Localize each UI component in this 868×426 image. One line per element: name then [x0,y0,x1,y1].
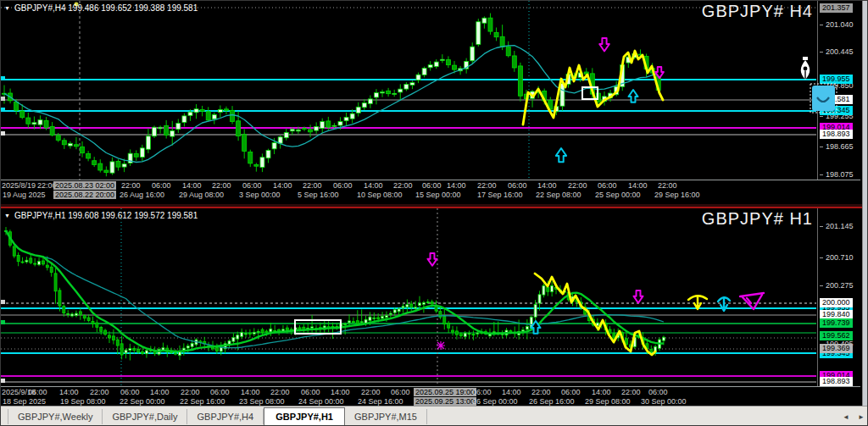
scale-tick-mark [820,285,823,286]
chart-tab-gbpjpy-h4[interactable]: GBPJPY#,H4 [187,409,264,424]
chart-tab-gbpjpy-m15[interactable]: GBPJPY#,M15 [345,409,427,424]
time-marker-label: 2025.08.22 20:00 [53,191,116,199]
price-badge: 199.581 [820,95,853,104]
chart-tab-gbpjpy-daily[interactable]: GBPJPY#,Daily [103,409,187,424]
time-axis-label: 22 Sep 16:00 [180,397,225,406]
price-scale[interactable]: 201.145200.710200.275199.405199.955200.0… [820,208,862,386]
time-axis-label: 22 Sep 00:00 [120,397,165,406]
time-axis-label: 29 Sep 08:00 [585,397,631,406]
chart-plot-area[interactable] [1,208,862,386]
symbol-dropdown-icon[interactable]: ▼ [4,213,10,219]
line-anchor-mark [1,76,5,80]
drawn-arrow[interactable] [718,297,730,311]
tab-scroll-right-icon[interactable]: ► [858,413,865,422]
line-anchor-mark [1,108,5,112]
chart-tab-gbpjpy-weekly[interactable]: GBPJPY#,Weekly [8,409,103,424]
time-axis-label: 22:00 [121,181,141,190]
time-axis-line [1,180,860,180]
time-axis-label: 23 Sep 08:00 [239,397,285,406]
price-badge: 200.000 [820,298,853,307]
price-badge: 199.345 [820,106,853,115]
time-axis-label: 25 Sep 00:00 [595,191,641,199]
signal-arrow-up[interactable] [556,148,566,162]
signal-arrow-down[interactable] [633,290,643,303]
scale-tick-mark [820,147,823,147]
line-anchor-mark [1,131,5,136]
symbol-dropdown-icon[interactable]: ▼ [4,5,10,11]
chart-tab-gbpjpy-h1[interactable]: GBPJPY#,H1 [264,407,345,426]
zigzag-indicator-line[interactable] [535,274,655,355]
time-axis-label: 29 Aug 08:00 [179,191,224,199]
signal-arrow-down[interactable] [599,38,609,52]
price-badge: 199.369 [820,344,853,353]
price-tick-label: 201.040 [826,20,854,29]
annotation-star-marker[interactable] [437,341,445,350]
time-axis-label: 22:00 [393,181,413,190]
time-marker-label: 2025.08.23 02:00 [53,181,116,190]
panel-separator[interactable] [1,204,862,208]
time-axis-label: 14:00 [502,388,521,396]
signal-arrow-down[interactable] [427,253,437,266]
time-axis-label: 22:00 [658,181,677,190]
time-axis-label: 22 Sep 08:00 [536,191,581,199]
time-axis-label: 30 Sep 00:00 [641,397,687,406]
time-axis-label: 14:00 [331,388,350,396]
time-axis-label: 06:00 [242,181,262,190]
moving-average-line [4,46,659,163]
line-anchor-mark [1,300,5,304]
window-edge [862,1,868,426]
time-axis-label: 06:00 [472,388,492,396]
moving-average-line [6,230,664,351]
signal-arrow-up[interactable] [628,90,637,102]
time-axis-row[interactable]: 2025/9/1806:0014:0022:0006:0014:0022:000… [1,388,862,397]
time-axis-label: 22:00 [181,388,200,396]
time-axis-label: 29 Sep 16:00 [654,191,700,199]
time-axis-label: 24 Sep 00:00 [298,397,344,406]
time-axis-label: 19 Sep 08:00 [60,397,106,406]
time-axis-label: 06:00 [152,181,171,190]
time-axis-label: 22:00 [90,388,109,396]
time-axis-label: 14:00 [537,181,557,190]
line-anchor-mark [1,379,5,383]
annotation-rectangle[interactable] [582,87,598,99]
time-axis-label: 5 Sep 16:00 [298,191,339,199]
time-axis-label: 06:00 [598,181,617,190]
scale-tick-mark [820,116,823,117]
time-marker-label: 2025.09.25 19:00 [414,388,476,396]
signal-arrow-up[interactable] [531,321,540,334]
time-axis-label: 22:00 [303,181,322,190]
symbol-ohlc-text: GBPJPY#,H4 199.486 199.652 199.388 199.5… [14,3,198,13]
time-marker-label: 2025.09.25 13:00 [414,397,476,406]
tab-scroll-left-icon[interactable]: ◄ [843,413,849,422]
signal-arrow-down[interactable] [655,67,664,78]
time-axis-label: 14:00 [241,388,260,396]
price-badge: 199.739 [820,318,853,328]
zigzag-indicator-line[interactable] [523,51,663,124]
price-tick-label: 198.075 [826,170,854,179]
moving-average-line [6,230,664,347]
chart-plot-area[interactable] [1,1,862,180]
time-axis-label: 06:00 [648,388,668,396]
price-tick-label: 201.145 [826,222,854,230]
scale-tick-mark [820,257,823,258]
price-badge: 199.955 [820,75,853,84]
time-axis-label: 22:00 [477,181,497,190]
time-axis-label: 14:00 [364,181,383,190]
time-axis-label: 2025/8/19 [2,181,36,190]
price-badge: 198.893 [820,130,853,139]
time-axis-label: 26 Sep 00:00 [472,397,518,406]
time-axis-label: 06:00 [422,181,442,190]
price-tick-label: 200.710 [826,253,854,262]
time-axis-row[interactable]: 19 Aug 20252025.08.22 20:0026 Aug 16:002… [1,191,862,200]
drawn-arrow[interactable] [740,293,764,309]
time-axis-label: 17 Sep 16:00 [477,191,523,199]
price-scale[interactable]: 201.040200.445199.850199.255198.665198.0… [820,1,862,180]
annotation-rectangle[interactable] [295,320,341,334]
time-axis-row[interactable]: 2025/8/1922:002025.08.23 02:0022:0006:00… [1,181,862,191]
scale-tick-mark [820,226,823,227]
time-axis-label: 10 Sep 08:00 [357,191,403,199]
time-axis-label: 24 Sep 16:00 [358,397,403,406]
scale-tick-mark [820,25,823,25]
drawn-arrow[interactable] [688,296,707,309]
time-axis-label: 14:00 [59,388,79,396]
